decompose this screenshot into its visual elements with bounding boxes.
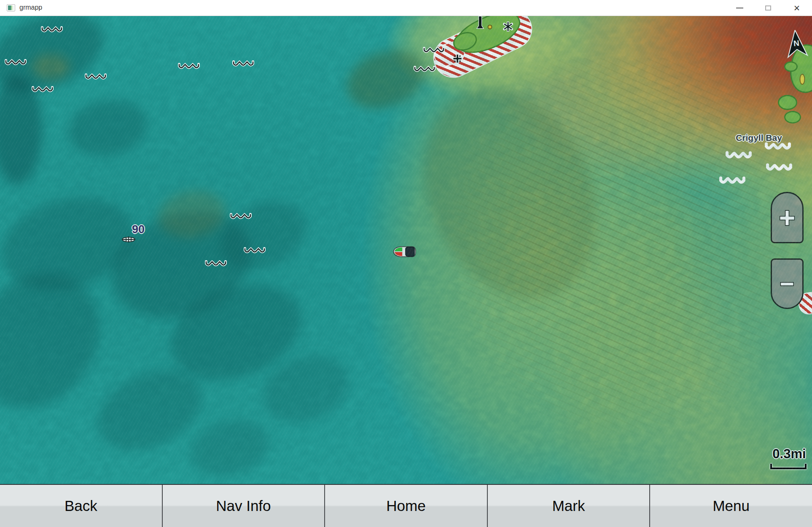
- nav-info-button[interactable]: Nav Info: [162, 485, 325, 527]
- island-shape: [784, 62, 798, 72]
- terrain-shading: [32, 54, 70, 79]
- maximize-button[interactable]: [754, 0, 782, 16]
- rocky-area-symbol: [4, 59, 27, 66]
- minus-icon: −: [780, 272, 794, 296]
- island-shape: [451, 29, 480, 54]
- back-button-label: Back: [65, 497, 97, 514]
- depth-label: 90: [132, 223, 145, 236]
- back-button[interactable]: Back: [0, 485, 162, 527]
- rocky-area-symbol: [422, 47, 446, 54]
- terrain-shading: [253, 344, 358, 434]
- terrain-shading: [0, 248, 125, 433]
- north-arrow-icon: N: [784, 29, 809, 59]
- rocky-area-symbol: [177, 63, 201, 70]
- place-label: Crigyll Bay: [736, 133, 782, 143]
- terrain-shading: [391, 60, 629, 326]
- island-shape: [778, 95, 797, 110]
- scale-label: 0.3mi: [772, 446, 806, 462]
- rocky-area-symbol: [719, 176, 745, 185]
- app-window-icon: [7, 4, 15, 11]
- north-letter: N: [793, 38, 800, 48]
- terrain-shading: [158, 268, 315, 397]
- window-controls: ✕: [725, 0, 811, 16]
- rock-plus-icon: [452, 54, 462, 64]
- rocky-area-symbol: [766, 163, 792, 172]
- terrain-shading: [63, 94, 152, 161]
- terrain-noise-texture: [0, 16, 812, 484]
- island-shape: [784, 111, 801, 124]
- minimize-icon: [736, 8, 743, 8]
- island-shape: [451, 16, 526, 62]
- buoy-icon: [488, 25, 492, 30]
- terrain-shading: [339, 40, 433, 118]
- nav-info-button-label: Nav Info: [216, 497, 271, 514]
- rocky-area-symbol: [229, 213, 253, 220]
- sand-patch: [800, 74, 805, 85]
- rocky-area-symbol: [726, 151, 752, 159]
- terrain-shading: [184, 411, 275, 484]
- rock-asterisk-icon: [503, 22, 513, 32]
- own-vessel-icon: [391, 244, 417, 260]
- scale-bar: [770, 464, 807, 469]
- zoom-in-button[interactable]: +: [771, 192, 804, 243]
- rocky-area-symbol: [31, 86, 54, 93]
- terrain-shading: [210, 188, 317, 283]
- menu-button-label: Menu: [713, 497, 750, 514]
- mark-button[interactable]: Mark: [487, 485, 650, 527]
- wreck-icon: [121, 236, 136, 243]
- close-icon: ✕: [793, 4, 800, 12]
- beacon-icon: [476, 16, 485, 31]
- plus-icon: +: [779, 204, 796, 231]
- window-title: grmapp: [19, 4, 42, 11]
- softkey-toolbar: Back Nav Info Home Mark Menu: [0, 484, 812, 527]
- rocky-area-symbol: [204, 260, 228, 267]
- intertidal-stripe-area: [431, 39, 468, 69]
- mark-button-label: Mark: [552, 497, 585, 514]
- intertidal-stripe-area: [427, 16, 539, 84]
- rocky-area-symbol: [231, 60, 255, 67]
- rocky-area-symbol: [243, 247, 266, 254]
- maximize-icon: [765, 5, 771, 11]
- rocky-area-symbol: [40, 26, 64, 33]
- sonar-scanline-texture: [0, 16, 812, 484]
- home-button-label: Home: [386, 497, 425, 514]
- rocky-area-symbol: [84, 73, 108, 80]
- menu-button[interactable]: Menu: [649, 485, 812, 527]
- rocky-area-symbol: [413, 66, 436, 73]
- close-button[interactable]: ✕: [782, 0, 811, 16]
- terrain-shading: [0, 183, 144, 304]
- home-button[interactable]: Home: [324, 485, 487, 527]
- terrain-shading: [155, 186, 229, 243]
- minimize-button[interactable]: [725, 0, 754, 16]
- rocky-area-symbol: [765, 142, 791, 151]
- zoom-out-button[interactable]: −: [771, 258, 804, 309]
- titlebar: grmapp ✕: [0, 0, 812, 16]
- terrain-shading: [0, 75, 42, 185]
- island-shape: [787, 43, 812, 95]
- terrain-shading: [85, 355, 214, 466]
- terrain-shading: [0, 16, 114, 106]
- ridge-texture: [405, 58, 812, 484]
- chart-map[interactable]: Crigyll Bay 90 N + − 0.3mi: [0, 16, 812, 484]
- terrain-shading: [97, 193, 266, 337]
